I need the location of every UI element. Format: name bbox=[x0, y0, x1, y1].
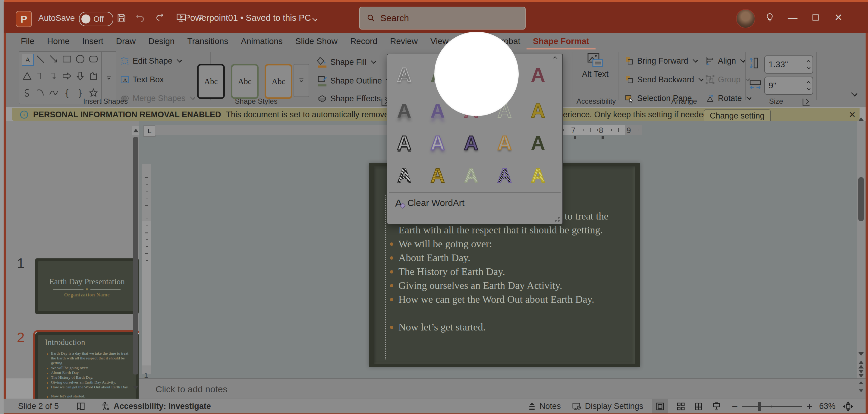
freeform-shape-icon[interactable] bbox=[88, 70, 99, 81]
tab-insert[interactable]: Insert bbox=[76, 33, 110, 50]
user-avatar[interactable] bbox=[736, 9, 755, 28]
text-box-shape-icon[interactable]: A bbox=[22, 54, 34, 66]
curve-shape-icon[interactable] bbox=[48, 87, 59, 98]
tab-marker[interactable] bbox=[601, 136, 604, 139]
slide-indicator[interactable]: Slide 2 of 5 bbox=[18, 402, 59, 411]
zoom-out-button[interactable]: − bbox=[732, 401, 738, 412]
height-increment-icon[interactable] bbox=[807, 60, 810, 64]
wordart-style-10[interactable]: A bbox=[522, 94, 554, 127]
star-shape-icon[interactable] bbox=[88, 87, 99, 98]
display-settings-button[interactable]: Display Settings bbox=[572, 402, 644, 411]
proofing-icon[interactable] bbox=[76, 401, 86, 412]
editor-scroll-down-icon[interactable] bbox=[858, 352, 864, 356]
notes-scroll-up-icon[interactable] bbox=[858, 381, 864, 384]
tab-design[interactable]: Design bbox=[142, 33, 181, 50]
width-decrement-icon[interactable] bbox=[807, 87, 810, 90]
autosave-toggle[interactable]: Off bbox=[79, 12, 113, 26]
wordart-style-1[interactable]: A bbox=[389, 58, 420, 92]
tell-me-lightbulb-icon[interactable] bbox=[763, 11, 776, 24]
tab-slide-show[interactable]: Slide Show bbox=[289, 33, 344, 50]
down-arrow-shape-icon[interactable] bbox=[75, 70, 86, 81]
accessibility-icon[interactable] bbox=[100, 401, 111, 412]
oval-shape-icon[interactable] bbox=[75, 54, 86, 64]
elbow-connector-icon[interactable] bbox=[35, 70, 46, 81]
wordart-style-11[interactable]: A bbox=[389, 126, 420, 160]
document-title[interactable]: Powerpoint01 • Saved to this PC bbox=[184, 13, 317, 23]
right-brace-shape-icon[interactable]: } bbox=[75, 87, 86, 98]
tab-record[interactable]: Record bbox=[344, 33, 384, 50]
close-button[interactable]: ✕ bbox=[832, 11, 845, 24]
thumbnail-scroll-down-icon[interactable] bbox=[133, 386, 138, 390]
shape-fill-button[interactable]: Shape Fill bbox=[317, 56, 375, 68]
zoom-in-button[interactable]: + bbox=[807, 401, 812, 412]
wordart-style-14[interactable]: A bbox=[489, 126, 520, 160]
send-backward-button[interactable]: Send Backward bbox=[624, 75, 703, 84]
thumbnail-scrollbar[interactable] bbox=[133, 137, 138, 375]
wordart-style-18[interactable]: A bbox=[456, 158, 487, 193]
slide-sorter-view-button[interactable] bbox=[676, 402, 685, 411]
elbow-arrow-connector-icon[interactable] bbox=[48, 70, 59, 81]
rectangle-shape-icon[interactable] bbox=[61, 54, 72, 64]
tab-review[interactable]: Review bbox=[384, 33, 424, 50]
text-box-button[interactable]: A Text Box bbox=[120, 75, 164, 84]
slide-body-text[interactable]: Earth Day is a day that we take the time… bbox=[389, 209, 633, 334]
zoom-level[interactable]: 63% bbox=[819, 402, 835, 411]
edit-shape-button[interactable]: Edit Shape bbox=[120, 56, 181, 66]
shape-outline-button[interactable]: Shape Outline bbox=[317, 75, 391, 87]
rounded-rectangle-shape-icon[interactable] bbox=[88, 54, 99, 64]
slide-1-thumbnail[interactable]: Earth Day Presentation Organization Name bbox=[35, 258, 138, 314]
zoom-slider-thumb[interactable] bbox=[758, 402, 761, 411]
textbox-selection-border[interactable] bbox=[385, 196, 386, 359]
next-slide-button[interactable] bbox=[858, 370, 864, 378]
line-arrow-shape-icon[interactable] bbox=[48, 54, 59, 64]
bring-forward-button[interactable]: Bring Forward bbox=[624, 56, 698, 66]
accessibility-status[interactable]: Accessibility: Investigate bbox=[114, 402, 211, 411]
arc-shape-icon[interactable] bbox=[35, 87, 46, 98]
left-brace-shape-icon[interactable]: { bbox=[61, 87, 72, 98]
shapes-gallery-more-button[interactable] bbox=[101, 51, 116, 104]
editor-scroll-up-icon[interactable] bbox=[858, 115, 864, 123]
redo-icon[interactable] bbox=[154, 11, 167, 25]
notes-toggle-button[interactable]: Notes bbox=[527, 402, 561, 411]
wordart-style-5[interactable]: A bbox=[522, 58, 554, 92]
size-dialog-launcher-icon[interactable] bbox=[803, 98, 809, 106]
tab-stop-selector[interactable]: L bbox=[144, 125, 156, 137]
shape-effects-button[interactable]: Shape Effects bbox=[317, 93, 390, 104]
triangle-shape-icon[interactable] bbox=[22, 70, 33, 81]
editor-scrollbar-thumb[interactable] bbox=[858, 177, 864, 221]
shape-style-orange[interactable]: Abc bbox=[265, 64, 292, 99]
change-setting-button[interactable]: Change setting bbox=[704, 110, 771, 122]
slideshow-view-button[interactable] bbox=[712, 402, 721, 411]
wordart-style-6[interactable]: A bbox=[389, 94, 420, 127]
clear-wordart-menu-item[interactable]: A Clear WordArt bbox=[387, 194, 562, 212]
right-arrow-shape-icon[interactable] bbox=[61, 70, 72, 81]
shape-height-input[interactable]: 1.33" bbox=[764, 56, 813, 73]
shape-styles-more-button[interactable] bbox=[293, 64, 309, 97]
collapse-ribbon-icon[interactable] bbox=[850, 92, 857, 97]
shape-width-input[interactable]: 9" bbox=[764, 77, 813, 95]
undo-icon[interactable] bbox=[133, 11, 147, 25]
notes-scroll-down-icon[interactable] bbox=[858, 389, 864, 392]
tab-draw[interactable]: Draw bbox=[110, 33, 142, 50]
minimize-button[interactable]: — bbox=[786, 11, 799, 24]
alt-text-button[interactable]: Alt Text bbox=[579, 53, 612, 79]
zoom-slider[interactable] bbox=[742, 399, 802, 413]
powerpoint-logo-icon[interactable]: P bbox=[16, 11, 32, 27]
editor-scrollbar-track[interactable] bbox=[857, 121, 865, 378]
tab-marker[interactable] bbox=[574, 136, 576, 139]
wordart-style-19[interactable]: A bbox=[489, 158, 520, 193]
search-input[interactable]: Search bbox=[359, 7, 526, 30]
normal-view-button[interactable] bbox=[652, 399, 668, 413]
wordart-style-17[interactable]: A bbox=[422, 158, 453, 193]
line-shape-icon[interactable] bbox=[35, 54, 46, 64]
dropdown-resize-grip[interactable] bbox=[555, 216, 560, 222]
tab-home[interactable]: Home bbox=[41, 33, 76, 50]
width-increment-icon[interactable] bbox=[807, 81, 810, 85]
group-button[interactable]: Group bbox=[705, 75, 749, 84]
reading-view-button[interactable] bbox=[694, 402, 704, 411]
align-button[interactable]: Align bbox=[705, 56, 745, 66]
shape-style-black[interactable]: Abc bbox=[197, 64, 225, 99]
wordart-style-12[interactable]: A bbox=[422, 126, 453, 160]
tab-animations[interactable]: Animations bbox=[235, 33, 289, 50]
scribble-shape-icon[interactable] bbox=[22, 87, 33, 98]
